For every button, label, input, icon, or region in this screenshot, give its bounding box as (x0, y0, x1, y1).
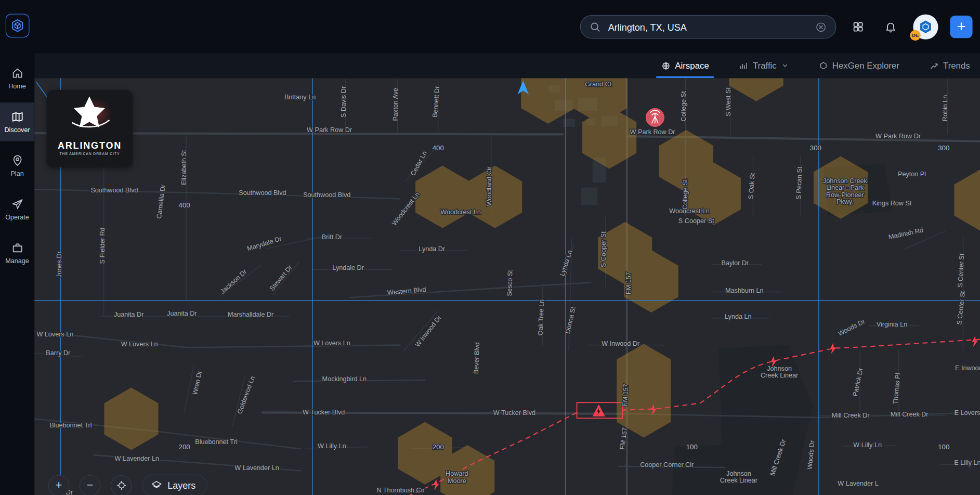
street-label: Woodcrest Ln (440, 209, 481, 216)
zoom-in-button[interactable]: + (48, 475, 70, 495)
street-label: W Lovers Ln (121, 341, 158, 348)
street-label: W Tucker Blvd (303, 409, 345, 416)
street-label: Southwood Blvd (90, 187, 138, 194)
street-label: Juanita Dr (114, 311, 143, 319)
apps-grid-icon (852, 21, 865, 33)
trends-icon (930, 61, 939, 70)
map-icon (11, 111, 23, 123)
street-label: S Fielder Rd (99, 227, 106, 264)
search-bar[interactable] (580, 15, 837, 39)
street-label: W Park Row Dr (630, 128, 675, 136)
street-label: W Inwood Dr (414, 314, 443, 348)
sidebar-item-label: Home (8, 82, 26, 89)
street-label: Johnson (767, 365, 792, 372)
locate-button[interactable] (111, 475, 132, 495)
street-label: Mockingbird Ln (322, 375, 367, 383)
street-label: Goldenrod Ln (236, 375, 256, 415)
street-label: Wren Dr (191, 370, 203, 396)
user-avatar[interactable]: DE (913, 15, 938, 40)
street-label: Thomas Pl (892, 373, 901, 405)
app-logo[interactable] (5, 14, 29, 37)
map-canvas[interactable]: 210Brittany LnS Davis DrPaxton AveBennet… (34, 78, 980, 495)
sidebar-item-plan[interactable]: Plan (0, 146, 34, 185)
street-label: W Tucker Blvd (493, 409, 535, 416)
powerline-bolt-icon[interactable] (433, 479, 439, 491)
street-label: FM 157 (621, 384, 630, 406)
street-label: Howard (446, 470, 468, 477)
street-label: W Park Row Dr (307, 126, 352, 134)
briefcase-icon (11, 242, 23, 254)
street-label: Marydale Dr (246, 235, 283, 252)
street-label: S Pecan St (795, 166, 803, 200)
search-input[interactable] (607, 21, 808, 33)
street-label: Bluebonnet Trl (195, 438, 237, 446)
powerline-bolt-icon[interactable] (972, 336, 978, 347)
street-label: Southwood Blvd (239, 189, 286, 197)
city-card-title: ARLINGTON (47, 140, 133, 150)
street-label: S Oak St (747, 173, 756, 200)
street-label: S West St (725, 87, 732, 116)
street-label: College St (682, 179, 689, 210)
street-label: Jackson Dr (219, 268, 248, 295)
tab-trends[interactable]: Trends (930, 53, 970, 78)
building (581, 188, 597, 205)
layers-button[interactable]: Layers (142, 474, 207, 495)
street-label: Peyton Pl (898, 171, 926, 178)
sidebar-item-operate[interactable]: Operate (0, 190, 34, 229)
street-label: Linear - Park (826, 184, 864, 191)
bell-icon (884, 21, 897, 33)
contour-label: 300 (938, 144, 949, 152)
city-card-subtitle: THE AMERICAN DREAM CITY (47, 152, 133, 155)
street-label: Barry Dr (46, 349, 70, 357)
sidebar-item-label: Manage (5, 257, 29, 264)
street-label: E Inwood (955, 364, 980, 372)
street-label: Lynda Dr (419, 245, 445, 253)
pin-icon (11, 154, 23, 167)
sidebar-item-discover[interactable]: Discover (0, 102, 34, 141)
sidebar-item-manage[interactable]: Manage (0, 234, 34, 273)
street-label: FM 157 (625, 272, 632, 294)
street-label: W Lovers Ln (36, 331, 73, 338)
street-label: W Park Row Dr (876, 133, 921, 140)
street-label: College St (680, 91, 687, 122)
street-label: Cooper Corner Cir (640, 461, 694, 468)
street-label: Woods Dr (837, 318, 866, 337)
contour-label: 400 (433, 144, 444, 152)
street-label: Paxton Ave (392, 88, 399, 121)
building (563, 119, 575, 127)
street-label: Madinah Rd (888, 226, 924, 241)
paper-plane-icon (11, 198, 23, 211)
street-label: Johnson Creek (823, 177, 868, 185)
sidebar-item-home[interactable]: Home (0, 59, 34, 98)
layers-icon (151, 480, 162, 490)
contour-label: 200 (433, 443, 444, 451)
globe-icon (661, 61, 671, 70)
tab-traffic[interactable]: Traffic (739, 53, 788, 78)
street-label: Pkwy. (837, 198, 854, 205)
road (350, 282, 591, 297)
tab-hexgen-explorer[interactable]: HexGen Explorer (818, 53, 899, 78)
street-label: Cedar Ln (409, 150, 428, 177)
tabbar: Airspace Traffic HexGen Explorer Trends (34, 53, 980, 78)
contour-label: 200 (179, 443, 190, 451)
tab-airspace[interactable]: Airspace (661, 53, 709, 78)
street-label: Patrick Dr (852, 367, 865, 397)
street-label: Bluebonnet Trl (49, 422, 92, 429)
powerline-bolt-icon[interactable] (830, 343, 837, 355)
street-label: Moore (448, 477, 466, 485)
notifications-button[interactable] (881, 17, 900, 36)
avatar-initials-badge: DE (910, 30, 920, 41)
street-label: N Thornbush Cir (376, 487, 424, 494)
arlington-star-icon (47, 90, 133, 136)
clear-search-icon[interactable] (815, 21, 827, 33)
street-label: W Lavender Ln (234, 464, 279, 472)
street-label: Robin Ln (942, 95, 949, 121)
map-controls: + − Layers (48, 474, 208, 495)
apps-grid-button[interactable] (848, 17, 868, 36)
street-label: Mill Creek Dr (832, 412, 870, 419)
create-button[interactable]: + (950, 16, 972, 38)
zoom-out-button[interactable]: − (80, 475, 101, 495)
street-label: Elizabeth St (180, 150, 188, 185)
street-label: Jones Dr (56, 251, 63, 277)
park-area (672, 444, 753, 495)
